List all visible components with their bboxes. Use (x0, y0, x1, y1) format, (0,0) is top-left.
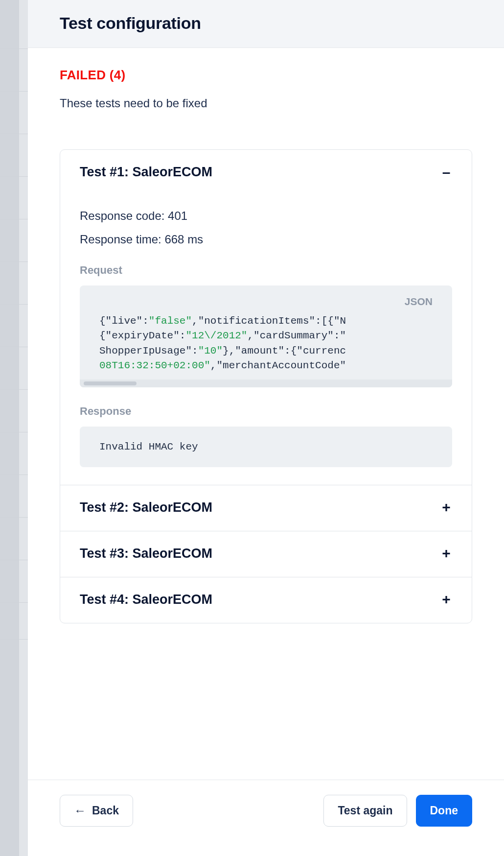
test-body: Response code: 401 Response time: 668 ms… (60, 195, 472, 485)
background-dimmer (0, 0, 28, 856)
status-failed: FAILED (4) (60, 68, 472, 83)
done-label: Done (430, 804, 458, 817)
expand-icon: + (440, 592, 452, 607)
code-line: {"expiryDate":"12\/2012","cardSummary":" (99, 330, 346, 341)
code-line: ShopperIpUsage":"10"},"amount":{"currenc (99, 345, 346, 357)
collapse-icon: – (440, 165, 452, 180)
tests-list: Test #1: SaleorECOM – Response code: 401… (60, 149, 472, 623)
response-text-block: Invalid HMAC key (80, 427, 452, 467)
test-title: Test #1: SaleorECOM (80, 165, 212, 180)
code-line: {"live":"false","notificationItems":[{"N (99, 315, 346, 327)
test-title: Test #2: SaleorECOM (80, 500, 212, 515)
modal-header: Test configuration (28, 0, 504, 48)
scrollbar-thumb[interactable] (84, 381, 137, 385)
back-button-label: Back (92, 804, 119, 817)
test-configuration-modal: Test configuration FAILED (4) These test… (28, 0, 504, 856)
test-item: Test #1: SaleorECOM – Response code: 401… (60, 150, 472, 485)
modal-footer: ← Back Test again Done (28, 780, 504, 856)
status-subtitle: These tests need to be fixed (60, 96, 472, 110)
modal-body: FAILED (4) These tests need to be fixed … (28, 48, 504, 780)
test-item: Test #2: SaleorECOM + (60, 485, 472, 531)
modal-title: Test configuration (60, 14, 472, 33)
response-label: Response (80, 405, 452, 418)
request-json-block[interactable]: JSON{"live":"false","notificationItems":… (80, 285, 452, 387)
expand-icon: + (440, 500, 452, 515)
expand-icon: + (440, 546, 452, 561)
code-line: 08T16:32:50+02:00","merchantAccountCode" (99, 360, 346, 371)
test-title: Test #4: SaleorECOM (80, 592, 212, 607)
done-button[interactable]: Done (416, 795, 473, 827)
test-item: Test #3: SaleorECOM + (60, 531, 472, 577)
test-header-toggle[interactable]: Test #3: SaleorECOM + (60, 531, 472, 577)
test-header-toggle[interactable]: Test #4: SaleorECOM + (60, 577, 472, 623)
test-item: Test #4: SaleorECOM + (60, 577, 472, 623)
test-title: Test #3: SaleorECOM (80, 546, 212, 561)
test-header-toggle[interactable]: Test #2: SaleorECOM + (60, 485, 472, 531)
arrow-left-icon: ← (74, 805, 86, 817)
json-badge: JSON (405, 294, 433, 309)
response-code: Response code: 401 (80, 209, 452, 223)
request-label: Request (80, 264, 452, 277)
back-button[interactable]: ← Back (60, 795, 133, 827)
test-header-toggle[interactable]: Test #1: SaleorECOM – (60, 150, 472, 195)
test-again-button[interactable]: Test again (323, 795, 407, 827)
response-time: Response time: 668 ms (80, 233, 452, 246)
test-again-label: Test again (338, 804, 392, 817)
